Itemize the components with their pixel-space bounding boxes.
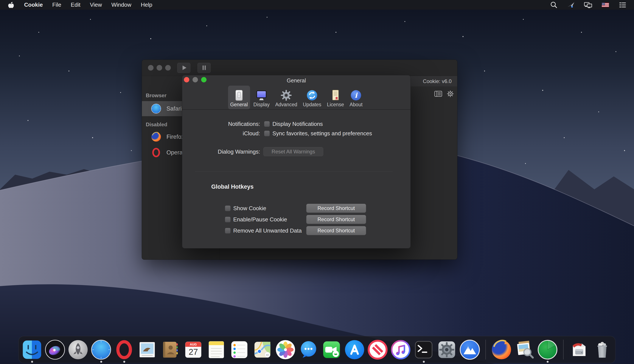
dock-item-contacts[interactable] bbox=[160, 339, 181, 360]
pref-row-label: iCloud: bbox=[182, 130, 260, 137]
dock-item-app-store[interactable] bbox=[344, 339, 365, 360]
desktop: Cookie FileEditViewWindowHelp Cookie: v6… bbox=[0, 0, 634, 364]
sidebar-item-label: Safari bbox=[166, 106, 182, 112]
record-shortcut-button[interactable]: Record Shortcut bbox=[306, 215, 366, 224]
dock-item-finder[interactable] bbox=[22, 339, 43, 360]
safari-icon bbox=[151, 104, 161, 114]
sidebar-item-label: Firefox bbox=[166, 134, 184, 140]
menu-bar: Cookie FileEditViewWindowHelp bbox=[0, 0, 634, 10]
dock-item-maps[interactable]: 3D bbox=[252, 339, 273, 360]
dialog-warnings-row: Dialog Warnings: Reset All Warnings bbox=[182, 146, 411, 157]
checkbox-label[interactable]: Sync favorites, settings and preferences bbox=[272, 130, 372, 137]
dock-item-messages[interactable] bbox=[298, 339, 319, 360]
search-icon[interactable] bbox=[550, 1, 558, 9]
menu-file[interactable]: File bbox=[52, 2, 61, 8]
dock-item-facetime[interactable] bbox=[321, 339, 342, 360]
running-indicator bbox=[547, 361, 548, 363]
section-separator bbox=[195, 172, 393, 172]
dock-item-launchpad[interactable] bbox=[68, 339, 89, 360]
hotkey-label[interactable]: Show Cookie bbox=[233, 205, 266, 212]
reset-all-warnings-button[interactable]: Reset All Warnings bbox=[263, 147, 323, 156]
firefox-icon bbox=[151, 132, 161, 142]
pref-row-label: Notifications: bbox=[182, 121, 260, 127]
running-indicator bbox=[31, 361, 33, 363]
checkbox[interactable] bbox=[264, 121, 270, 127]
hotkey-row: Remove All Unwanted DataRecord Shortcut bbox=[182, 225, 411, 236]
dock-item-terminal[interactable] bbox=[413, 339, 434, 360]
checkbox[interactable] bbox=[225, 217, 231, 222]
dock-item-mail[interactable] bbox=[137, 339, 158, 360]
pause-icon bbox=[200, 64, 208, 72]
minimize-button[interactable] bbox=[157, 65, 162, 70]
record-shortcut-button[interactable]: Record Shortcut bbox=[306, 226, 366, 235]
dock-divider bbox=[485, 340, 486, 360]
menu-bar-menus: FileEditViewWindowHelp bbox=[52, 2, 152, 8]
menu-window[interactable]: Window bbox=[111, 2, 131, 8]
running-indicator bbox=[423, 361, 425, 363]
dock-item-opera[interactable] bbox=[114, 339, 135, 360]
dock-item-siri[interactable] bbox=[45, 339, 66, 360]
menu-help[interactable]: Help bbox=[141, 2, 152, 8]
dock-item-reminders[interactable] bbox=[229, 339, 250, 360]
sidebar-section-browser: Browser bbox=[146, 92, 166, 100]
main-window-titlebar[interactable] bbox=[142, 60, 457, 76]
dock-item-trash-full[interactable] bbox=[592, 339, 613, 360]
menu-edit[interactable]: Edit bbox=[71, 2, 81, 8]
running-indicator bbox=[123, 361, 125, 363]
hotkey-row: Show CookieRecord Shortcut bbox=[182, 203, 411, 214]
dock-item-safari[interactable] bbox=[91, 339, 112, 360]
apple-menu[interactable] bbox=[7, 1, 15, 8]
dock-divider bbox=[563, 340, 564, 360]
dock-item-blue-mountain-app[interactable] bbox=[459, 339, 480, 360]
checkbox[interactable] bbox=[264, 130, 270, 136]
dock-item-preview[interactable] bbox=[514, 339, 535, 360]
checkbox[interactable] bbox=[225, 206, 231, 211]
list-icon[interactable] bbox=[618, 1, 627, 9]
close-button[interactable] bbox=[148, 65, 154, 70]
app-menu-title[interactable]: Cookie bbox=[24, 2, 43, 8]
preferences-content: Notifications:Display NotificationsiClou… bbox=[182, 75, 411, 248]
sidebar-item-label: Opera bbox=[166, 149, 183, 156]
apple-icon bbox=[7, 1, 15, 8]
opera-icon bbox=[151, 147, 161, 158]
global-hotkeys-title: Global Hotkeys bbox=[211, 184, 254, 190]
menu-bar-status-icons bbox=[550, 1, 627, 9]
dock-item-itunes[interactable] bbox=[390, 339, 411, 360]
zoom-button[interactable] bbox=[165, 65, 171, 70]
sidebar-toggle-icon[interactable] bbox=[434, 90, 443, 98]
svg-text:27: 27 bbox=[189, 347, 198, 356]
dock-item-news[interactable] bbox=[367, 339, 388, 360]
running-indicator bbox=[100, 361, 102, 363]
hotkey-label[interactable]: Remove All Unwanted Data bbox=[233, 228, 302, 234]
dock-item-cookie-app[interactable] bbox=[537, 339, 558, 360]
pause-button[interactable] bbox=[197, 63, 211, 73]
checkbox[interactable] bbox=[225, 228, 231, 234]
svg-text:AUG: AUG bbox=[190, 343, 197, 346]
us-flag-icon[interactable] bbox=[601, 1, 609, 9]
hotkey-row: Enable/Pause CookieRecord Shortcut bbox=[182, 214, 411, 225]
dock: AUG273D bbox=[19, 336, 615, 363]
dock-item-photos[interactable] bbox=[275, 339, 296, 360]
dock-item-notes[interactable] bbox=[206, 339, 227, 360]
dock-item-calendar[interactable]: AUG27 bbox=[183, 339, 204, 360]
gear-outline-icon[interactable] bbox=[446, 90, 455, 98]
paper-plane-icon[interactable] bbox=[567, 1, 575, 9]
hotkey-label[interactable]: Enable/Pause Cookie bbox=[233, 216, 287, 223]
sidebar-section-disabled: Disabled bbox=[146, 121, 167, 128]
record-shortcut-button[interactable]: Record Shortcut bbox=[306, 204, 366, 213]
play-icon bbox=[180, 64, 188, 72]
menu-view[interactable]: View bbox=[90, 2, 102, 8]
dock-item-installer[interactable] bbox=[569, 339, 590, 360]
dock-item-system-preferences[interactable] bbox=[436, 339, 457, 360]
pref-row: iCloud:Sync favorites, settings and pref… bbox=[182, 128, 411, 139]
dialog-warnings-label: Dialog Warnings: bbox=[182, 148, 260, 155]
preferences-dialog: General GeneralDisplayAdvancedUpdatesLic… bbox=[182, 75, 411, 248]
play-button[interactable] bbox=[177, 63, 190, 73]
displays-icon[interactable] bbox=[584, 1, 592, 9]
dock-item-firefox[interactable] bbox=[491, 339, 512, 360]
svg-text:3D: 3D bbox=[266, 353, 269, 356]
checkbox-label[interactable]: Display Notifications bbox=[272, 121, 323, 127]
